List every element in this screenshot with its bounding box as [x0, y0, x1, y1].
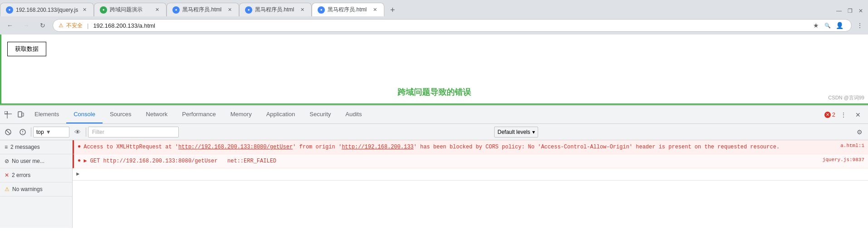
- warnings-icon: ⚠: [5, 186, 10, 192]
- page-content: 获取数据 跨域问题导致的错误 CSDN @言词99: [0, 34, 868, 105]
- sidebar-item-no-user[interactable]: ⊘ No user me...: [0, 154, 72, 168]
- error-2-source[interactable]: jquery.js:9837: [823, 157, 864, 162]
- devtab-performance[interactable]: Performance: [175, 106, 223, 123]
- devtools-right-controls: ✕ 2 ⋮ ✕: [824, 108, 866, 121]
- svg-rect-3: [18, 112, 22, 117]
- forward-button[interactable]: →: [20, 19, 33, 32]
- console-output: ● Access to XMLHttpRequest at 'http://19…: [73, 140, 868, 228]
- devtab-security[interactable]: Security: [302, 106, 338, 123]
- levels-label: Default levels: [497, 129, 530, 135]
- bookmark-icon[interactable]: ★: [811, 21, 820, 30]
- clear-console-button[interactable]: [2, 126, 15, 138]
- tab-2-close[interactable]: ✕: [153, 6, 161, 14]
- tab-4-title: 黑马程序员.html: [255, 6, 296, 14]
- watermark-text: 跨域问题导致的错误: [397, 87, 471, 98]
- browser-chrome: ● 192.168.200.133/jquery.js ✕ ● 跨域问题演示 ✕…: [0, 0, 868, 34]
- tab-1[interactable]: ● 192.168.200.133/jquery.js ✕: [0, 3, 94, 16]
- error-1-icon: ●: [78, 143, 81, 150]
- tab-4[interactable]: ● 黑马程序员.html ✕: [239, 3, 312, 16]
- tab-2-title: 跨域问题演示: [110, 6, 151, 14]
- devtab-audits[interactable]: Audits: [338, 106, 369, 123]
- reload-button[interactable]: ↻: [36, 19, 49, 32]
- preserve-log-button[interactable]: [16, 126, 29, 138]
- tab-3-title: 黑马程序员.html: [182, 6, 223, 14]
- insecure-icon: ⚠: [59, 22, 64, 29]
- error-1-source[interactable]: a.html:1: [840, 143, 864, 148]
- maximize-button[interactable]: ❐: [846, 7, 853, 15]
- error-1-text: Access to XMLHttpRequest at 'http://192.…: [83, 143, 838, 151]
- tab-1-title: 192.168.200.133/jquery.js: [16, 7, 78, 13]
- devtools-close-button[interactable]: ✕: [852, 108, 864, 121]
- error-2-icon: ●: [78, 157, 81, 164]
- error-dot-icon: ✕: [824, 112, 831, 118]
- filter-input[interactable]: Filter: [88, 127, 179, 138]
- sidebar-no-user-label: No user me...: [12, 158, 44, 164]
- console-error-1: ● Access to XMLHttpRequest at 'http://19…: [73, 140, 868, 154]
- address-input[interactable]: ⚠ 不安全 | 192.168.200.133/a.html ★ 🔍 👤: [53, 19, 852, 32]
- new-tab-button[interactable]: +: [386, 4, 399, 16]
- watermark-credit: CSDN @言词99: [828, 94, 864, 101]
- sidebar-warnings-label: No warnings: [12, 186, 43, 192]
- sidebar-item-warnings[interactable]: ⚠ No warnings: [0, 182, 72, 197]
- context-value: top: [36, 129, 44, 135]
- window-controls: — ❐ ✕: [835, 7, 868, 16]
- tab-3-favicon: ●: [172, 6, 180, 14]
- devtools-inspect-button[interactable]: [2, 108, 15, 121]
- tab-2[interactable]: ● 跨域问题演示 ✕: [94, 3, 167, 16]
- tab-5[interactable]: ● 黑马程序员.html ✕: [312, 3, 384, 16]
- address-icons: ★ 🔍 👤: [811, 21, 846, 30]
- tab-5-title: 黑马程序员.html: [328, 6, 368, 14]
- devtools-sidebar: ≡ 2 messages ⊘ No user me... ✕ 2 errors …: [0, 140, 73, 228]
- error-1-url2[interactable]: http://192.168.200.133: [342, 144, 413, 150]
- tab-3[interactable]: ● 黑马程序员.html ✕: [167, 3, 239, 16]
- devtools-content: ≡ 2 messages ⊘ No user me... ✕ 2 errors …: [0, 140, 868, 228]
- no-user-icon: ⊘: [5, 158, 9, 164]
- get-data-button[interactable]: 获取数据: [7, 42, 46, 56]
- account-icon[interactable]: 👤: [835, 21, 844, 30]
- settings-icon[interactable]: ⚙: [853, 126, 866, 138]
- error-2-text: ► GET http://192.168.200.133:8080/getUse…: [83, 157, 819, 165]
- tab-4-close[interactable]: ✕: [299, 6, 306, 14]
- prompt-arrow: ►: [76, 171, 79, 177]
- sidebar-item-errors[interactable]: ✕ 2 errors: [0, 168, 72, 182]
- tab-5-close[interactable]: ✕: [371, 6, 378, 14]
- extensions-icon[interactable]: ⋮: [855, 21, 864, 30]
- tab-3-close[interactable]: ✕: [226, 6, 233, 14]
- address-bar: ← → ↻ ⚠ 不安全 | 192.168.200.133/a.html ★ 🔍…: [0, 16, 868, 34]
- toolbar-separator-2: [86, 128, 86, 137]
- devtools-more-button[interactable]: ⋮: [837, 108, 850, 121]
- toolbar-separator-1: [31, 128, 31, 137]
- console-error-2: ● ► GET http://192.168.200.133:8080/getU…: [73, 154, 868, 168]
- devtab-memory[interactable]: Memory: [223, 106, 259, 123]
- devtab-sources[interactable]: Sources: [103, 106, 139, 123]
- devtools-toolbar: top ▼ 👁 Filter Default levels ▾ ⚙: [0, 124, 868, 140]
- close-button[interactable]: ✕: [857, 7, 864, 15]
- svg-line-6: [6, 130, 10, 134]
- devtab-elements[interactable]: Elements: [27, 106, 66, 123]
- tab-2-favicon: ●: [100, 6, 107, 14]
- errors-icon: ✕: [5, 172, 9, 178]
- minimize-button[interactable]: —: [835, 7, 843, 15]
- error-1-url1[interactable]: http://192.168.200.133:8080/getUser: [178, 144, 293, 150]
- sidebar-item-messages[interactable]: ≡ 2 messages: [0, 140, 72, 154]
- devtab-application[interactable]: Application: [259, 106, 303, 123]
- devtab-network[interactable]: Network: [139, 106, 175, 123]
- error-badge: ✕ 2: [824, 111, 835, 118]
- console-prompt: ►: [73, 168, 868, 181]
- back-button[interactable]: ←: [4, 19, 16, 32]
- svg-rect-4: [22, 113, 24, 116]
- devtab-console[interactable]: Console: [66, 106, 103, 123]
- levels-dropdown[interactable]: Default levels ▾: [494, 127, 538, 138]
- url-display: 192.168.200.133/a.html: [93, 22, 809, 29]
- devtools-topbar: Elements Console Sources Network Perform…: [0, 106, 868, 124]
- tab-1-close[interactable]: ✕: [81, 6, 88, 14]
- eye-icon[interactable]: 👁: [71, 126, 84, 138]
- svg-point-9: [22, 133, 23, 133]
- devtools-device-button[interactable]: [15, 108, 27, 121]
- zoom-icon[interactable]: 🔍: [823, 21, 832, 30]
- chevron-down-icon: ▼: [46, 129, 51, 135]
- filter-placeholder: Filter: [92, 129, 104, 135]
- green-border-left: [0, 34, 1, 105]
- context-dropdown[interactable]: top ▼: [33, 127, 69, 138]
- green-border-bottom: [0, 103, 868, 105]
